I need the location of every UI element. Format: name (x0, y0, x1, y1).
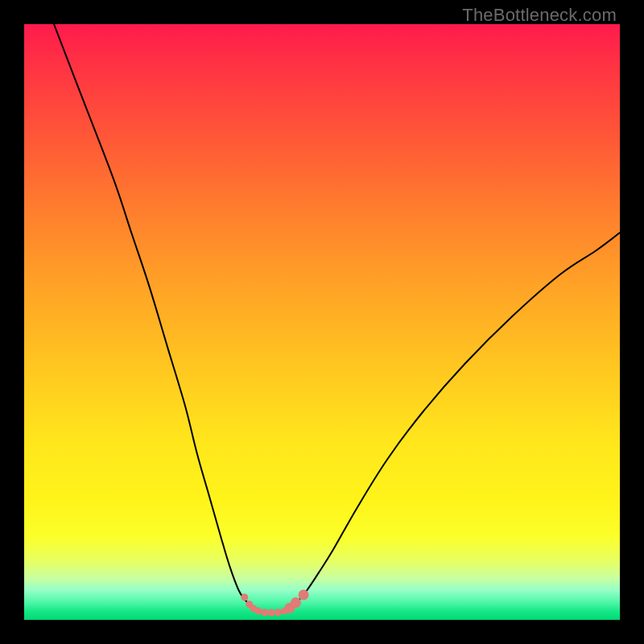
plot-area (24, 24, 620, 620)
curve-left-curve (54, 24, 250, 606)
trough-marker (254, 607, 262, 614)
watermark-text: TheBottleneck.com (462, 5, 617, 26)
curve-svg (24, 24, 620, 620)
trough-marker (268, 609, 275, 617)
trough-marker (241, 593, 248, 601)
trough-marker (291, 597, 301, 608)
trough-marker (275, 609, 282, 616)
curve-right-curve (292, 233, 620, 606)
trough-marker (299, 589, 309, 600)
trough-marker (261, 609, 268, 616)
